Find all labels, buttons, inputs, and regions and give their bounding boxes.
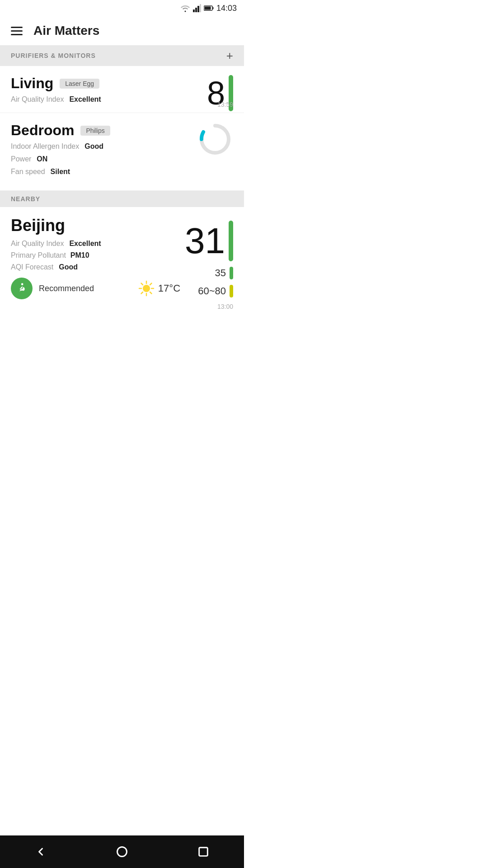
beijing-forecast-range: 60~80 [198,285,226,297]
beijing-pollutant-num: 35 [215,267,226,279]
bedroom-fan-value: Silent [51,168,70,176]
beijing-time: 13:00 [11,303,233,310]
bedroom-power-label: Power [11,155,31,163]
beijing-forecast-bar [230,285,233,297]
recommended-icon [11,278,33,299]
bedroom-device-badge: Philips [80,126,110,136]
temperature-label: 17°C [158,283,180,294]
living-device-badge: Laser Egg [60,79,99,89]
living-device-card[interactable]: Living Laser Egg Air Quality Index Excel… [0,66,244,113]
living-metric-label: Air Quality Index [11,95,64,104]
signal-icon [193,4,201,12]
bedroom-fan-label: Fan speed [11,168,45,176]
bedroom-allergen-value: Good [84,142,103,151]
living-aqi-time: 13:59 [217,101,233,108]
svg-point-8 [143,285,150,292]
svg-line-15 [150,283,152,285]
svg-line-16 [141,292,143,294]
recommended-label: Recommended [39,284,94,293]
bedroom-power-value: ON [37,155,47,163]
svg-rect-0 [193,9,195,12]
bedroom-device-card[interactable]: Bedroom Philips Indoor Allergen Index Go… [0,113,244,191]
living-device-name: Living [11,75,53,92]
beijing-aqi-number: 31 [185,223,225,259]
svg-line-14 [150,292,152,294]
status-bar: 14:03 [0,0,244,16]
bedroom-device-name: Bedroom [11,122,74,139]
add-device-button[interactable]: + [226,50,233,61]
hamburger-menu[interactable] [11,27,23,35]
status-icons: 14:03 [180,4,237,13]
wifi-icon [180,4,190,12]
sun-icon [138,280,155,297]
weather-display: 17°C [138,280,180,297]
purifiers-section-label: PURIFIERS & MONITORS [11,52,96,59]
app-header: Air Matters [0,16,244,45]
svg-rect-3 [200,4,201,12]
nearby-section-label: NEARBY [11,195,40,203]
beijing-card[interactable]: Beijing Air Quality Index Excellent Prim… [0,207,244,319]
purifiers-section-banner: PURIFIERS & MONITORS + [0,45,244,66]
svg-rect-1 [195,8,197,12]
status-time: 14:03 [216,4,237,13]
beijing-name: Beijing [11,216,180,235]
battery-icon [204,5,214,11]
svg-rect-2 [197,6,199,12]
recommended-row: Recommended [11,278,180,299]
beijing-aqi-label: Air Quality Index [11,240,64,248]
svg-rect-5 [204,7,211,10]
beijing-aqi-value: Excellent [69,240,101,248]
svg-line-13 [141,283,143,285]
beijing-aqi-bar [229,221,233,261]
living-metric-value: Excellent [69,95,101,104]
bedroom-circular-indicator [197,121,233,157]
beijing-forecast-label: AQI Forecast [11,263,53,271]
svg-rect-6 [212,7,213,9]
beijing-pollutant-value: PM10 [70,251,89,259]
nearby-section-banner: NEARBY [0,191,244,207]
beijing-pollutant-label: Primary Pollutant [11,251,66,259]
beijing-pollutant-bar [230,267,233,279]
app-title: Air Matters [33,24,99,38]
bedroom-allergen-label: Indoor Allergen Index [11,142,79,151]
svg-point-7 [21,283,23,285]
beijing-forecast-value: Good [59,263,78,271]
